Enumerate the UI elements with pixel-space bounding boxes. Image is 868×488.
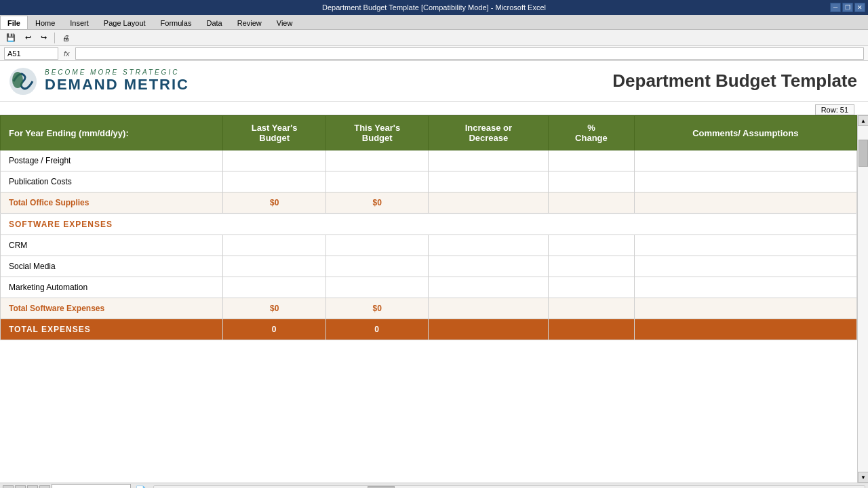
total-office-supplies-comments (634, 192, 856, 214)
toolbar-print[interactable]: 🖨 (59, 32, 73, 44)
row-pct[interactable] (549, 150, 634, 171)
tab-file[interactable]: File (0, 16, 28, 29)
sheet-nav-prev[interactable]: ◀ (15, 485, 26, 489)
grand-total-pct (549, 319, 634, 340)
doc-title: Department Budget Template (612, 70, 857, 92)
table-row: CRM (1, 235, 857, 256)
row-label[interactable]: Publication Costs (1, 171, 223, 192)
tab-insert[interactable]: Insert (62, 16, 96, 29)
table-header-row: For Year Ending (mm/dd/yy): Last Year'sB… (1, 116, 857, 150)
col-header-pct-change: %Change (549, 116, 634, 150)
row-last-year[interactable] (223, 235, 326, 256)
row-increase[interactable] (429, 150, 549, 171)
row-increase[interactable] (429, 171, 549, 192)
sheet-options-icon[interactable]: 📄 (135, 485, 146, 489)
tab-formulas[interactable]: Formulas (153, 16, 199, 29)
sheet-nav-last[interactable]: ▶| (39, 485, 50, 489)
horizontal-scrollbar[interactable] (153, 485, 865, 489)
toolbar-undo[interactable]: ↩ (22, 31, 35, 44)
row-pct[interactable] (549, 277, 634, 298)
row-indicator: Row: 51 (815, 104, 854, 115)
restore-button[interactable]: ❐ (842, 3, 853, 12)
row-pct[interactable] (549, 171, 634, 192)
tab-review[interactable]: Review (230, 16, 269, 29)
row-label[interactable]: Marketing Automation (1, 277, 223, 298)
row-comments[interactable] (634, 256, 856, 277)
formula-input[interactable] (75, 47, 864, 60)
logo-name: Demand Metric (45, 76, 189, 94)
close-button[interactable]: ✕ (854, 3, 865, 12)
row-last-year[interactable] (223, 171, 326, 192)
table-row: Social Media (1, 256, 857, 277)
window-title: Department Budget Template [Compatibilit… (322, 3, 546, 12)
sheet-nav-next[interactable]: ▶ (27, 485, 38, 489)
grand-total-label: TOTAL EXPENSES (1, 319, 223, 340)
grand-total-comments (634, 319, 856, 340)
software-expenses-header: SOFTWARE EXPENSES (1, 214, 857, 235)
col-header-last-year: Last Year'sBudget (223, 116, 326, 150)
tab-data[interactable]: Data (199, 16, 229, 29)
sheet-tab-bar: |◀ ◀ ▶ ▶| Department Budget 📄 (0, 483, 868, 488)
row-comments[interactable] (634, 171, 856, 192)
col-header-label: For Year Ending (mm/dd/yy): (1, 116, 223, 150)
row-last-year[interactable] (223, 256, 326, 277)
scroll-down-button[interactable]: ▼ (858, 472, 868, 483)
sheet-nav-first[interactable]: |◀ (3, 485, 14, 489)
row-this-year[interactable] (326, 256, 429, 277)
scrollbar-track[interactable] (858, 126, 868, 472)
vertical-scrollbar[interactable]: ▲ ▼ (857, 115, 868, 483)
row-increase[interactable] (429, 235, 549, 256)
row-comments[interactable] (634, 277, 856, 298)
row-last-year[interactable] (223, 277, 326, 298)
row-last-year[interactable] (223, 150, 326, 171)
total-office-supplies-last: $0 (223, 192, 326, 214)
total-software-row: Total Software Expenses $0 $0 (1, 298, 857, 319)
title-bar: Department Budget Template [Compatibilit… (0, 0, 868, 15)
grand-total-this: 0 (326, 319, 429, 340)
row-this-year[interactable] (326, 235, 429, 256)
grand-total-row: TOTAL EXPENSES 0 0 (1, 319, 857, 340)
total-software-increase (429, 298, 549, 319)
software-expenses-header-row: SOFTWARE EXPENSES (1, 214, 857, 235)
tab-home[interactable]: Home (28, 16, 62, 29)
window-controls[interactable]: ─ ❐ ✕ (830, 3, 865, 12)
total-office-supplies-increase (429, 192, 549, 214)
toolbar-save[interactable]: 💾 (3, 31, 19, 44)
h-scrollbar-thumb[interactable] (368, 486, 395, 489)
row-comments[interactable] (634, 150, 856, 171)
total-office-supplies-this: $0 (326, 192, 429, 214)
row-increase[interactable] (429, 277, 549, 298)
row-this-year[interactable] (326, 277, 429, 298)
table-row: Publication Costs (1, 171, 857, 192)
row-label[interactable]: Social Media (1, 256, 223, 277)
toolbar-redo[interactable]: ↪ (37, 31, 50, 44)
total-software-this: $0 (326, 298, 429, 319)
sheet-tab-department-budget[interactable]: Department Budget (52, 484, 131, 489)
row-increase[interactable] (429, 256, 549, 277)
header-area: Become More Strategic Demand Metric Depa… (0, 61, 868, 102)
total-software-comments (634, 298, 856, 319)
row-this-year[interactable] (326, 171, 429, 192)
budget-table: For Year Ending (mm/dd/yy): Last Year'sB… (0, 115, 857, 340)
row-comments[interactable] (634, 235, 856, 256)
total-software-label: Total Software Expenses (1, 298, 223, 319)
row-this-year[interactable] (326, 150, 429, 171)
scroll-up-button[interactable]: ▲ (858, 115, 868, 126)
name-box[interactable] (4, 47, 58, 60)
row-pct[interactable] (549, 235, 634, 256)
row-label[interactable]: Postage / Freight (1, 150, 223, 171)
main-container: For Year Ending (mm/dd/yy): Last Year'sB… (0, 115, 868, 483)
row-pct[interactable] (549, 256, 634, 277)
ribbon-tabs: File Home Insert Page Layout Formulas Da… (0, 15, 868, 30)
tab-page-layout[interactable]: Page Layout (96, 16, 153, 29)
toolbar: 💾 ↩ ↪ 🖨 (0, 30, 868, 46)
scrollbar-thumb[interactable] (859, 140, 868, 167)
table-row: Postage / Freight (1, 150, 857, 171)
tab-view[interactable]: View (269, 16, 300, 29)
row-label[interactable]: CRM (1, 235, 223, 256)
total-office-supplies-label: Total Office Supplies (1, 192, 223, 214)
svg-point-1 (12, 72, 23, 88)
total-office-supplies-pct (549, 192, 634, 214)
demand-metric-logo (8, 66, 38, 96)
minimize-button[interactable]: ─ (830, 3, 841, 12)
